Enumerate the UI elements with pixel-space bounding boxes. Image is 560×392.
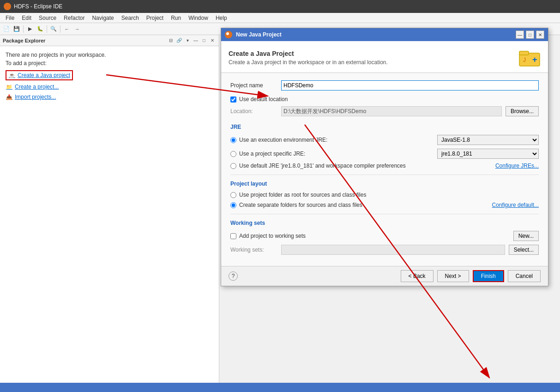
import-label: Import projects... [15, 94, 56, 100]
new-java-project-dialog: New Java Project — □ ✕ Create a Java Pro… [221, 28, 548, 286]
section-divider-2 [230, 214, 539, 214]
jre-execution-env-select[interactable]: JavaSE-1.8 [437, 135, 539, 145]
location-label: Location: [230, 108, 281, 115]
jre-execution-env-radio[interactable] [230, 137, 236, 143]
add-working-sets-checkbox[interactable] [230, 233, 236, 239]
title-bar: HDFS - Eclipse IDE [0, 0, 560, 13]
menu-project[interactable]: Project [143, 14, 167, 22]
working-sets-label: Working sets: [230, 247, 281, 253]
working-sets-input[interactable] [281, 245, 505, 255]
location-input [281, 106, 502, 116]
back-button[interactable]: < Back [401, 270, 434, 282]
layout-project-folder-radio[interactable] [230, 192, 236, 198]
toolbar-sep-3 [60, 25, 60, 33]
toolbar-sep-1 [23, 25, 24, 33]
new-working-set-button[interactable]: New... [513, 231, 539, 241]
import-icon: 📥 [6, 93, 13, 101]
finish-button[interactable]: Finish [473, 270, 504, 282]
menu-help[interactable]: Help [212, 14, 231, 22]
toolbar-save-btn[interactable]: 💾 [12, 24, 21, 34]
menu-run[interactable]: Run [167, 14, 185, 22]
configure-jres-link[interactable]: Configure JREs... [495, 163, 539, 169]
layout-separate-folders-label[interactable]: Create separate folders for sources and … [239, 202, 492, 208]
create-java-label: Create a Java project [18, 72, 70, 78]
project-name-row: Project name [230, 80, 539, 90]
dialog-title: New Java Project [236, 31, 516, 38]
toolbar-debug-btn[interactable]: 🐛 [36, 24, 45, 34]
no-projects-text: There are no projects in your workspace. [6, 52, 213, 58]
maximize-icon[interactable]: □ [200, 37, 208, 44]
dialog-icon [225, 31, 232, 38]
location-row: Location: Browse... [230, 106, 539, 116]
close-panel-icon[interactable]: ✕ [209, 37, 216, 44]
to-add-text: To add a project: [6, 60, 213, 66]
toolbar-forward-btn[interactable]: → [72, 24, 82, 34]
dialog-close-btn[interactable]: ✕ [536, 30, 544, 39]
menu-source[interactable]: Source [35, 14, 60, 22]
svg-rect-1 [519, 51, 529, 55]
minimize-icon[interactable]: — [192, 37, 199, 44]
dialog-banner-icon: + J [518, 47, 541, 69]
jre-project-specific-radio[interactable] [230, 151, 236, 157]
jre-default-radio[interactable] [230, 163, 236, 169]
package-explorer-panel: Package Explorer ⊟ 🔗 ▾ — □ ✕ There are n… [0, 35, 219, 392]
add-working-sets-label[interactable]: Add project to working sets [239, 233, 306, 239]
working-sets-header: Working sets [230, 220, 539, 226]
next-button[interactable]: Next > [437, 270, 469, 282]
folder-new-icon: + J [518, 47, 541, 69]
create-project-link[interactable]: 📁 Create a project... [6, 83, 213, 90]
jre-project-specific-select[interactable]: jre1.8.0_181 [437, 149, 539, 159]
status-bar [0, 383, 560, 392]
project-name-input[interactable] [281, 80, 539, 90]
toolbar-run-btn[interactable]: ▶ [25, 24, 35, 34]
create-project-label: Create a project... [15, 84, 59, 90]
jre-project-specific-label[interactable]: Use a project specific JRE: [239, 151, 437, 157]
menu-navigate[interactable]: Navigate [88, 14, 117, 22]
layout-option-2-row: Create separate folders for sources and … [230, 202, 539, 208]
browse-button[interactable]: Browse... [506, 106, 539, 116]
toolbar-back-btn[interactable]: ← [62, 24, 72, 34]
toolbar-search-btn[interactable]: 🔍 [49, 24, 58, 34]
layout-project-folder-label[interactable]: Use project folder as root for sources a… [239, 192, 539, 198]
dialog-footer: ? < Back Next > Finish Cancel [221, 266, 548, 286]
toolbar-sep-2 [47, 25, 47, 33]
working-sets-input-row: Working sets: Select... [230, 245, 539, 255]
use-default-location-checkbox[interactable] [230, 96, 236, 103]
menu-refactor[interactable]: Refactor [60, 14, 88, 22]
layout-option-1-row: Use project folder as root for sources a… [230, 192, 539, 198]
dialog-body: Project name Use default location Locati… [221, 73, 548, 266]
jre-section-header: JRE [230, 124, 539, 130]
dialog-banner-title: Create a Java Project [229, 50, 518, 57]
help-button[interactable]: ? [229, 271, 238, 281]
menu-edit[interactable]: Edit [18, 14, 35, 22]
use-default-location-label[interactable]: Use default location [239, 96, 288, 103]
dialog-controls: — □ ✕ [516, 30, 544, 39]
jre-default-label[interactable]: Use default JRE 'jre1.8.0_181' and works… [239, 163, 495, 169]
menu-window[interactable]: Window [185, 14, 212, 22]
collapse-all-icon[interactable]: ⊟ [167, 37, 175, 44]
dialog-maximize-btn[interactable]: □ [526, 30, 534, 39]
configure-default-link[interactable]: Configure default... [492, 202, 539, 208]
menu-file[interactable]: File [2, 14, 18, 22]
project-name-label: Project name [230, 82, 281, 89]
dialog-banner-desc: Create a Java project in the workspace o… [229, 59, 518, 66]
java-project-icon: ☕ [8, 72, 16, 79]
svg-text:+: + [532, 55, 537, 64]
add-working-sets-row: Add project to working sets New... [230, 231, 539, 241]
create-java-project-link[interactable]: ☕ Create a Java project [6, 70, 73, 80]
eclipse-icon [4, 3, 11, 10]
dialog-minimize-btn[interactable]: — [516, 30, 524, 39]
layout-separate-folders-radio[interactable] [230, 202, 236, 208]
cancel-button[interactable]: Cancel [508, 270, 541, 282]
create-project-icon: 📁 [6, 83, 13, 90]
panel-content: There are no projects in your workspace.… [0, 46, 219, 392]
jre-option-1-row: Use an execution environment JRE: JavaSE… [230, 135, 539, 145]
import-projects-link[interactable]: 📥 Import projects... [6, 93, 213, 101]
select-working-set-button[interactable]: Select... [509, 245, 539, 255]
view-menu-icon[interactable]: ▾ [184, 37, 191, 44]
jre-execution-env-label[interactable]: Use an execution environment JRE: [239, 137, 437, 143]
dialog-banner: Create a Java Project Create a Java proj… [221, 41, 548, 73]
menu-search[interactable]: Search [118, 14, 143, 22]
link-with-editor-icon[interactable]: 🔗 [175, 37, 183, 44]
toolbar-new-btn[interactable]: 📄 [2, 24, 11, 34]
